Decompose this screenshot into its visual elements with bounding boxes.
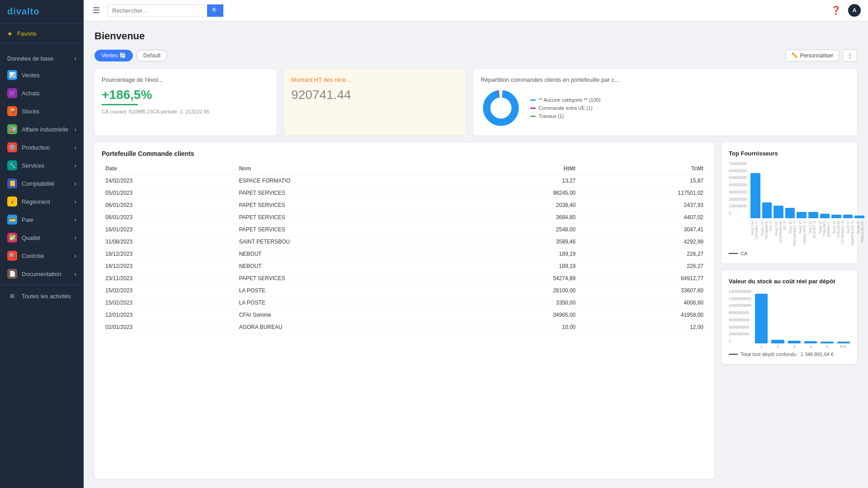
more-options-button[interactable]: ⋮ bbox=[843, 49, 857, 62]
cell-date: 12/01/2023 bbox=[102, 309, 236, 321]
sidebar-item-favoris[interactable]: ★ Favoris bbox=[0, 26, 84, 41]
table-row[interactable]: 02/01/2023 AGORA BUREAU 10,00 12,00 bbox=[102, 321, 707, 333]
user-initial: A bbox=[853, 7, 857, 14]
sidebar-item-affaire-industrielle[interactable]: 🏭 Affaire industrielle bbox=[0, 120, 84, 138]
cell-date: 31/08/2023 bbox=[102, 236, 236, 248]
card-evolution-subtitle: CA courant :610885.23CA période -1 :2132… bbox=[102, 109, 269, 114]
stock-x-label: Ext. bbox=[837, 344, 850, 349]
fournisseurs-legend: CA bbox=[729, 251, 850, 256]
fournisseur-x-label: 5- SAN REMO (3.78%) bbox=[798, 221, 807, 248]
personaliser-button[interactable]: ✏️ Personnaliser bbox=[786, 50, 839, 61]
sidebar-item-label: Paie bbox=[22, 216, 33, 223]
table-row[interactable]: 24/02/2023 ESPACE FORMATIO 13,27 15,87 bbox=[102, 175, 707, 187]
table-row[interactable]: 23/11/2023 PAPET SERVICES 54274,89 64912… bbox=[102, 272, 707, 285]
cell-nom: PAPET SERVICES bbox=[236, 187, 463, 199]
cell-tcmt: 64912,77 bbox=[579, 272, 707, 285]
stock-x-label: 4 bbox=[804, 344, 817, 349]
sidebar-item-stocks[interactable]: 📦 Stocks bbox=[0, 102, 84, 120]
card-montant: Montant HT des réce... 920741.44 bbox=[284, 69, 466, 136]
services-icon: 🔧 bbox=[7, 160, 17, 170]
valeur-stock-widget: Valeur du stock au coût réel par dépôt 1… bbox=[722, 271, 857, 364]
fournisseur-x-label: 6- LAOCIA (3.72%) bbox=[808, 221, 816, 248]
sidebar-item-production[interactable]: ⚙️ Production bbox=[0, 138, 84, 156]
help-icon[interactable]: ❓ bbox=[831, 5, 841, 15]
cell-tcmt: 4407,02 bbox=[579, 211, 707, 224]
fournisseur-bar bbox=[785, 208, 795, 218]
valeur-stock-chart-area: 1400000000 1200000000 1000000000 8000000… bbox=[729, 289, 850, 349]
sidebar-item-achats[interactable]: 🛒 Achats bbox=[0, 84, 84, 102]
table-row[interactable]: 16/01/2023 PAPET SERVICES 2548,00 3047,4… bbox=[102, 224, 707, 236]
sidebar-item-label: Stocks bbox=[22, 108, 39, 115]
logo: divalto bbox=[0, 0, 84, 23]
stocks-icon: 📦 bbox=[7, 106, 17, 116]
search-input[interactable] bbox=[108, 5, 207, 17]
cell-htmt: 189,19 bbox=[463, 260, 579, 272]
tab-default[interactable]: Default bbox=[137, 50, 167, 61]
cell-htmt: 3684,80 bbox=[463, 211, 579, 224]
fournisseur-bar bbox=[774, 206, 783, 218]
sidebar-item-services[interactable]: 🔧 Services bbox=[0, 156, 84, 174]
table-row[interactable]: 31/08/2023 SAINT PETERSBOU 3589,46 4292,… bbox=[102, 236, 707, 248]
tab-ventes[interactable]: Ventes 🔄 bbox=[94, 50, 133, 61]
table-row[interactable]: 18/12/2023 NEBOUT 189,19 226,27 bbox=[102, 248, 707, 260]
table-row[interactable]: 05/01/2023 PAPET SERVICES 98245,00 11750… bbox=[102, 187, 707, 199]
menu-button[interactable]: ☰ bbox=[91, 4, 102, 17]
y-axis-stock: 1400000000 1200000000 1000000000 8000000… bbox=[729, 289, 751, 343]
cell-nom: AGORA BUREAU bbox=[236, 321, 463, 333]
cell-htmt: 54274,89 bbox=[463, 272, 579, 285]
stock-bar bbox=[821, 342, 833, 343]
main-area: ☰ 🔍 ❓ A Bienvenue Ventes 🔄 Default ✏️ Pe… bbox=[84, 0, 868, 488]
fournisseur-x-label: 7- FABER CASTELL (2.29%) bbox=[818, 221, 830, 248]
achats-icon: 🛒 bbox=[7, 88, 17, 98]
table-row[interactable]: 18/12/2023 NEBOUT 189,19 226,27 bbox=[102, 260, 707, 272]
table-row[interactable]: 15/02/2023 LA POSTE 3350,00 4006,60 bbox=[102, 297, 707, 309]
top-fournisseurs-title: Top Fournisseurs bbox=[729, 150, 850, 157]
cell-htmt: 34965,00 bbox=[463, 309, 579, 321]
fournisseur-bar bbox=[820, 214, 830, 218]
sidebar-item-paie[interactable]: 💳 Paie bbox=[0, 211, 84, 229]
table-header: Date Nom HtMt TcMt bbox=[102, 163, 707, 175]
fournisseur-x-label: 8- CANON ET MONTGO... (2.12%) bbox=[832, 221, 844, 248]
stock-x-label: 3 bbox=[788, 344, 801, 349]
cell-nom: CFAI Somme bbox=[236, 309, 463, 321]
sidebar-item-donnees-de-base[interactable]: Données de base bbox=[0, 51, 84, 66]
user-avatar[interactable]: A bbox=[848, 4, 861, 17]
cell-tcmt: 3047,41 bbox=[579, 224, 707, 236]
search-button[interactable]: 🔍 bbox=[207, 5, 223, 17]
sidebar-item-label: Toutes les activités bbox=[22, 293, 71, 300]
stock-legend: Total tout dépôt confondu : 1 346 891,04… bbox=[729, 352, 850, 357]
stock-legend-line bbox=[729, 354, 738, 355]
page-title: Bienvenue bbox=[94, 30, 857, 42]
fournisseurs-bars-container: 1- OAKLEY (41.43%)2- SIN CHEMICAL (17.09… bbox=[750, 161, 864, 248]
sidebar-item-label: Ventes bbox=[22, 72, 40, 79]
sidebar-favorites-section: ★ Favoris bbox=[0, 23, 84, 48]
sidebar-item-ventes[interactable]: 📊 Ventes bbox=[0, 66, 84, 84]
fournisseur-x-label: 10- MISTRAL (1.50%) bbox=[856, 221, 864, 248]
stock-bar bbox=[755, 294, 768, 343]
cell-nom: PAPET SERVICES bbox=[236, 199, 463, 211]
cell-htmt: 13,27 bbox=[463, 175, 579, 187]
donut-chart bbox=[481, 88, 521, 128]
table-row[interactable]: 06/01/2023 PAPET SERVICES 2038,40 2437,9… bbox=[102, 199, 707, 211]
table-row[interactable]: 06/01/2023 PAPET SERVICES 3684,80 4407,0… bbox=[102, 211, 707, 224]
cell-tcmt: 117501,02 bbox=[579, 187, 707, 199]
sidebar-item-documentation[interactable]: 📄 Documentation bbox=[0, 265, 84, 283]
tab-bar: Ventes 🔄 Default ✏️ Personnaliser ⋮ bbox=[94, 49, 857, 62]
sidebar-item-comptabilite[interactable]: 📒 Comptabilité bbox=[0, 174, 84, 192]
cell-tcmt: 2437,93 bbox=[579, 199, 707, 211]
table-row[interactable]: 12/01/2023 CFAI Somme 34965,00 41958,00 bbox=[102, 309, 707, 321]
sidebar-item-controle[interactable]: 🔍 Contrôle bbox=[0, 247, 84, 265]
table-wrapper[interactable]: Date Nom HtMt TcMt 24/02/2023 ESPACE FOR… bbox=[102, 163, 707, 333]
evolution-underline bbox=[102, 104, 138, 105]
table-row[interactable]: 15/02/2023 LA POSTE 28100,00 33607,60 bbox=[102, 285, 707, 297]
search-bar: 🔍 bbox=[107, 4, 225, 17]
table-widget: Portefeuille Commande clients Date Nom H… bbox=[94, 143, 714, 479]
stock-bars-container: 12345Ext. bbox=[755, 289, 850, 349]
stock-x-labels: 12345Ext. bbox=[755, 344, 850, 349]
sidebar-item-reglement[interactable]: 💰 Règlement bbox=[0, 192, 84, 211]
sidebar-item-qualite[interactable]: ✅ Qualité bbox=[0, 229, 84, 247]
legend-dot-2 bbox=[530, 116, 536, 117]
sidebar-item-label: Services bbox=[22, 162, 44, 169]
cell-htmt: 98245,00 bbox=[463, 187, 579, 199]
sidebar-item-toutes-activites[interactable]: ⊞ Toutes les activités bbox=[0, 287, 84, 305]
